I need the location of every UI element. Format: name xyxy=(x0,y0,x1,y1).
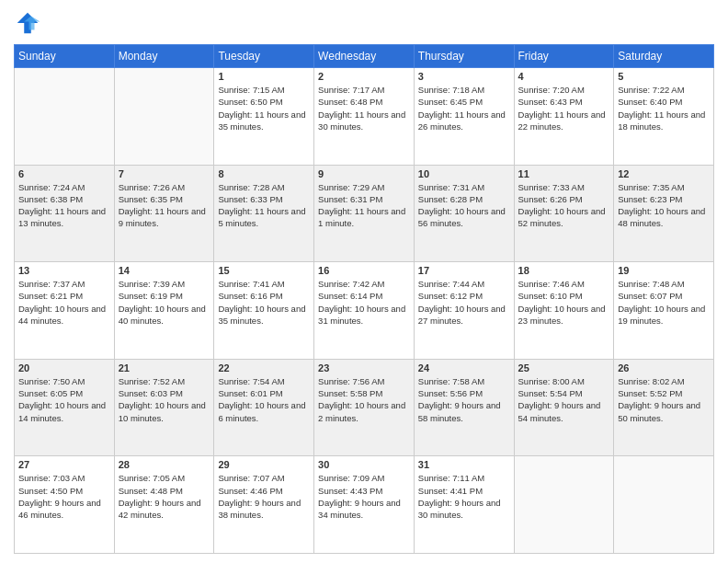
calendar-cell xyxy=(614,456,714,554)
weekday-header-row: SundayMondayTuesdayWednesdayThursdayFrid… xyxy=(15,45,714,68)
calendar-cell: 21Sunrise: 7:52 AMSunset: 6:03 PMDayligh… xyxy=(114,359,214,456)
weekday-header-saturday: Saturday xyxy=(614,45,714,68)
day-number: 18 xyxy=(518,265,610,276)
day-info: Sunrise: 8:02 AMSunset: 5:52 PMDaylight:… xyxy=(618,375,710,424)
calendar-cell xyxy=(114,68,214,166)
day-number: 20 xyxy=(18,362,110,373)
day-info: Sunrise: 7:26 AMSunset: 6:35 PMDaylight:… xyxy=(119,181,210,230)
day-number: 10 xyxy=(418,168,510,179)
calendar-cell xyxy=(514,456,614,554)
weekday-header-monday: Monday xyxy=(114,45,214,68)
calendar-cell: 1Sunrise: 7:15 AMSunset: 6:50 PMDaylight… xyxy=(214,68,314,166)
day-info: Sunrise: 7:28 AMSunset: 6:33 PMDaylight:… xyxy=(218,181,310,230)
week-row-3: 13Sunrise: 7:37 AMSunset: 6:21 PMDayligh… xyxy=(15,262,714,360)
day-info: Sunrise: 7:09 AMSunset: 4:43 PMDaylight:… xyxy=(318,472,410,521)
calendar-cell: 11Sunrise: 7:33 AMSunset: 6:26 PMDayligh… xyxy=(514,165,614,262)
calendar-cell: 15Sunrise: 7:41 AMSunset: 6:16 PMDayligh… xyxy=(214,262,314,360)
day-info: Sunrise: 7:50 AMSunset: 6:05 PMDaylight:… xyxy=(18,375,110,424)
calendar-cell: 4Sunrise: 7:20 AMSunset: 6:43 PMDaylight… xyxy=(514,68,614,166)
logo-icon xyxy=(14,9,41,37)
day-number: 31 xyxy=(418,459,510,470)
day-info: Sunrise: 7:42 AMSunset: 6:14 PMDaylight:… xyxy=(318,278,410,327)
day-info: Sunrise: 7:44 AMSunset: 6:12 PMDaylight:… xyxy=(418,278,510,327)
day-info: Sunrise: 7:18 AMSunset: 6:45 PMDaylight:… xyxy=(418,84,510,132)
calendar-cell: 25Sunrise: 8:00 AMSunset: 5:54 PMDayligh… xyxy=(514,359,614,456)
calendar-cell: 17Sunrise: 7:44 AMSunset: 6:12 PMDayligh… xyxy=(414,262,514,360)
day-number: 7 xyxy=(119,168,210,179)
day-info: Sunrise: 7:48 AMSunset: 6:07 PMDaylight:… xyxy=(618,278,710,327)
day-info: Sunrise: 7:46 AMSunset: 6:10 PMDaylight:… xyxy=(518,278,610,327)
calendar-cell: 13Sunrise: 7:37 AMSunset: 6:21 PMDayligh… xyxy=(15,262,115,360)
calendar-cell: 12Sunrise: 7:35 AMSunset: 6:23 PMDayligh… xyxy=(614,165,714,262)
calendar-cell: 7Sunrise: 7:26 AMSunset: 6:35 PMDaylight… xyxy=(114,165,214,262)
svg-marker-0 xyxy=(17,13,39,34)
day-number: 4 xyxy=(518,71,610,82)
day-info: Sunrise: 7:29 AMSunset: 6:31 PMDaylight:… xyxy=(318,181,410,230)
day-info: Sunrise: 7:35 AMSunset: 6:23 PMDaylight:… xyxy=(618,181,710,230)
calendar-cell: 19Sunrise: 7:48 AMSunset: 6:07 PMDayligh… xyxy=(614,262,714,360)
day-info: Sunrise: 7:31 AMSunset: 6:28 PMDaylight:… xyxy=(418,181,510,230)
calendar-cell: 14Sunrise: 7:39 AMSunset: 6:19 PMDayligh… xyxy=(114,262,214,360)
day-info: Sunrise: 7:56 AMSunset: 5:58 PMDaylight:… xyxy=(318,375,410,424)
day-info: Sunrise: 7:03 AMSunset: 4:50 PMDaylight:… xyxy=(18,472,110,521)
calendar-cell xyxy=(15,68,115,166)
day-number: 5 xyxy=(618,71,710,82)
day-info: Sunrise: 7:15 AMSunset: 6:50 PMDaylight:… xyxy=(218,84,310,132)
calendar-cell: 28Sunrise: 7:05 AMSunset: 4:48 PMDayligh… xyxy=(114,456,214,554)
calendar-cell: 26Sunrise: 8:02 AMSunset: 5:52 PMDayligh… xyxy=(614,359,714,456)
day-number: 16 xyxy=(318,265,410,276)
day-number: 3 xyxy=(418,71,510,82)
day-info: Sunrise: 7:24 AMSunset: 6:38 PMDaylight:… xyxy=(18,181,110,230)
logo xyxy=(14,9,45,37)
day-info: Sunrise: 7:07 AMSunset: 4:46 PMDaylight:… xyxy=(218,472,310,521)
calendar-cell: 16Sunrise: 7:42 AMSunset: 6:14 PMDayligh… xyxy=(314,262,415,360)
day-info: Sunrise: 7:11 AMSunset: 4:41 PMDaylight:… xyxy=(418,472,510,521)
calendar-cell: 29Sunrise: 7:07 AMSunset: 4:46 PMDayligh… xyxy=(214,456,314,554)
day-number: 30 xyxy=(318,459,410,470)
day-number: 14 xyxy=(119,265,210,276)
calendar-cell: 6Sunrise: 7:24 AMSunset: 6:38 PMDaylight… xyxy=(15,165,115,262)
weekday-header-tuesday: Tuesday xyxy=(214,45,314,68)
day-number: 13 xyxy=(18,265,110,276)
calendar-cell: 5Sunrise: 7:22 AMSunset: 6:40 PMDaylight… xyxy=(614,68,714,166)
day-number: 9 xyxy=(318,168,410,179)
day-number: 28 xyxy=(119,459,210,470)
day-info: Sunrise: 7:39 AMSunset: 6:19 PMDaylight:… xyxy=(119,278,210,327)
day-number: 21 xyxy=(119,362,210,373)
weekday-header-friday: Friday xyxy=(514,45,614,68)
calendar-cell: 24Sunrise: 7:58 AMSunset: 5:56 PMDayligh… xyxy=(414,359,514,456)
day-info: Sunrise: 7:33 AMSunset: 6:26 PMDaylight:… xyxy=(518,181,610,230)
day-number: 17 xyxy=(418,265,510,276)
week-row-2: 6Sunrise: 7:24 AMSunset: 6:38 PMDaylight… xyxy=(15,165,714,262)
page: SundayMondayTuesdayWednesdayThursdayFrid… xyxy=(0,0,728,563)
weekday-header-wednesday: Wednesday xyxy=(314,45,415,68)
day-number: 27 xyxy=(18,459,110,470)
calendar-cell: 8Sunrise: 7:28 AMSunset: 6:33 PMDaylight… xyxy=(214,165,314,262)
calendar-cell: 9Sunrise: 7:29 AMSunset: 6:31 PMDaylight… xyxy=(314,165,415,262)
day-number: 11 xyxy=(518,168,610,179)
weekday-header-sunday: Sunday xyxy=(15,45,115,68)
day-info: Sunrise: 7:20 AMSunset: 6:43 PMDaylight:… xyxy=(518,84,610,132)
day-number: 12 xyxy=(618,168,710,179)
day-number: 29 xyxy=(218,459,310,470)
week-row-5: 27Sunrise: 7:03 AMSunset: 4:50 PMDayligh… xyxy=(15,456,714,554)
calendar-cell: 23Sunrise: 7:56 AMSunset: 5:58 PMDayligh… xyxy=(314,359,415,456)
day-info: Sunrise: 7:54 AMSunset: 6:01 PMDaylight:… xyxy=(218,375,310,424)
week-row-4: 20Sunrise: 7:50 AMSunset: 6:05 PMDayligh… xyxy=(15,359,714,456)
calendar-cell: 31Sunrise: 7:11 AMSunset: 4:41 PMDayligh… xyxy=(414,456,514,554)
weekday-header-thursday: Thursday xyxy=(414,45,514,68)
day-number: 24 xyxy=(418,362,510,373)
day-number: 26 xyxy=(618,362,710,373)
calendar-cell: 18Sunrise: 7:46 AMSunset: 6:10 PMDayligh… xyxy=(514,262,614,360)
day-number: 6 xyxy=(18,168,110,179)
day-number: 1 xyxy=(218,71,310,82)
day-info: Sunrise: 7:41 AMSunset: 6:16 PMDaylight:… xyxy=(218,278,310,327)
day-info: Sunrise: 7:58 AMSunset: 5:56 PMDaylight:… xyxy=(418,375,510,424)
header xyxy=(14,9,714,37)
calendar-cell: 10Sunrise: 7:31 AMSunset: 6:28 PMDayligh… xyxy=(414,165,514,262)
day-number: 2 xyxy=(318,71,410,82)
calendar-cell: 30Sunrise: 7:09 AMSunset: 4:43 PMDayligh… xyxy=(314,456,415,554)
calendar-cell: 2Sunrise: 7:17 AMSunset: 6:48 PMDaylight… xyxy=(314,68,415,166)
calendar-cell: 27Sunrise: 7:03 AMSunset: 4:50 PMDayligh… xyxy=(15,456,115,554)
day-number: 23 xyxy=(318,362,410,373)
